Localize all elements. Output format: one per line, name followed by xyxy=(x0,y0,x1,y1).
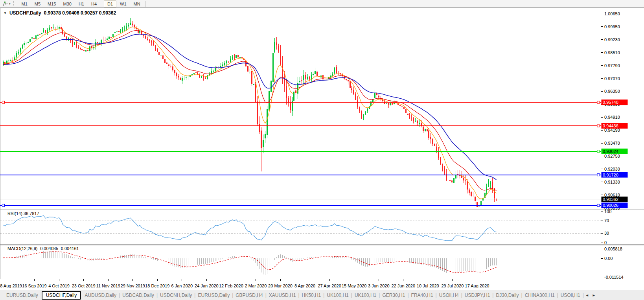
price-tick-label: 0.97790 xyxy=(604,63,620,68)
hline-price-label: 0.90026 xyxy=(603,203,618,208)
current-price-label: 0.90362 xyxy=(603,197,618,202)
timeframe-button-m5[interactable]: M5 xyxy=(31,0,44,7)
tab-scroll-left-icon[interactable]: ◄ xyxy=(585,293,589,297)
macd-pane xyxy=(3,251,496,275)
chart-tab-fra40-12[interactable]: FRA40,H1 xyxy=(409,291,436,299)
tab-scroll-right-icon[interactable]: ► xyxy=(592,293,596,297)
chart-tab-uk100-9[interactable]: UK100,H1 xyxy=(324,291,351,299)
macd-scale-label: -0.011514 xyxy=(604,275,624,280)
rsi-scale-label: 30 xyxy=(604,231,609,236)
chart-tab-ger30-11[interactable]: GER30,H1 xyxy=(380,291,407,299)
date-tick-label: 29 Jul 2020 xyxy=(441,283,464,288)
chart-ohlc-values: 0.90378 0.90406 0.90257 0.90362 xyxy=(44,10,116,16)
chart-canvas[interactable]: 1.006500.999500.992300.985100.977900.970… xyxy=(0,8,644,290)
chart-tab-audusd-2[interactable]: AUDUSD,Daily xyxy=(82,291,119,299)
rsi-scale-label: 0 xyxy=(604,240,607,245)
chart-tab-hk50-8[interactable]: HK50,H1 xyxy=(300,291,324,299)
date-tick-label: 18 Dec 2019 xyxy=(145,283,169,288)
price-tick-label: 0.99950 xyxy=(604,24,620,29)
crosshair-tool-icon[interactable] xyxy=(2,1,8,7)
date-tick-label: 12 Feb 2020 xyxy=(219,283,243,288)
date-tick-label: 3 Jun 2020 xyxy=(368,283,389,288)
timeframe-button-h4[interactable]: H4 xyxy=(88,0,100,7)
toolbar-separator xyxy=(102,1,102,7)
macd-label: MACD(12,26,9) -0.004085 -0.004161 xyxy=(7,246,79,251)
horizontal-level-lines[interactable]: 0.957400.944360.930240.917200.900260.903… xyxy=(0,99,628,208)
price-axis[interactable]: 1.006500.999500.992300.985100.977900.970… xyxy=(601,11,624,280)
chart-tab-usdcnh-4[interactable]: USDCNH,Daily xyxy=(158,291,194,299)
date-tick-label: 10 Jul 2020 xyxy=(417,283,439,288)
hline-handle[interactable] xyxy=(597,150,600,153)
date-tick-label: 15 May 2020 xyxy=(342,283,367,288)
timeframe-button-h1[interactable]: H1 xyxy=(75,0,88,7)
chart-tab-usdcad-3[interactable]: USDCAD,Daily xyxy=(120,291,156,299)
ma-line-medium xyxy=(3,31,496,191)
hline-handle[interactable] xyxy=(2,204,5,206)
price-tick-label: 0.98510 xyxy=(604,50,620,55)
price-tick-label: 0.97070 xyxy=(604,76,620,81)
timeframe-button-mn[interactable]: MN xyxy=(130,0,144,7)
pane-borders xyxy=(0,8,644,281)
timeframe-toolbar: ▾ M1M5M15M30H1H4D1W1MN xyxy=(0,0,644,8)
rsi-scale-label: 100 xyxy=(604,209,611,214)
date-tick-label: 6 Jan 2020 xyxy=(171,283,193,288)
chart-tab-usoil-17[interactable]: USOil,H1 xyxy=(558,291,583,299)
chart-dropdown-icon[interactable]: ▼ xyxy=(4,11,7,15)
hline-handle[interactable] xyxy=(597,174,600,176)
toolbar-separator xyxy=(145,1,146,7)
ma-line-fast xyxy=(3,27,496,199)
chart-tab-eurusd-5[interactable]: EURUSD,Daily xyxy=(195,291,232,299)
chart-tab-usdchf-1[interactable]: USDCHF,Daily xyxy=(42,291,81,300)
price-tick-label: 0.92750 xyxy=(604,154,620,158)
rsi-pane xyxy=(0,215,601,241)
hline-price-label: 0.93024 xyxy=(603,149,618,154)
timeframe-button-m30[interactable]: M30 xyxy=(59,0,75,7)
hline-price-label: 0.94436 xyxy=(603,123,618,128)
chart-symbol-label: USDCHF,Daily xyxy=(9,10,41,16)
hline-price-label: 0.91720 xyxy=(603,173,618,177)
date-tick-label: 16 Sep 2019 xyxy=(22,283,46,288)
rsi-line xyxy=(3,215,496,241)
date-tick-label: 24 Jan 2020 xyxy=(195,283,219,288)
date-tick-label: 27 Apr 2020 xyxy=(318,283,341,288)
chart-tab-usdjpy-14[interactable]: USDJPY,H1 xyxy=(462,291,492,299)
date-tick-label: 20 Mar 2020 xyxy=(268,283,293,288)
hline-handle[interactable] xyxy=(597,204,600,206)
chart-tab-usoil-13[interactable]: USOil,H4 xyxy=(437,291,461,299)
timeframe-button-d1[interactable]: D1 xyxy=(104,0,116,7)
price-tick-label: 0.94910 xyxy=(604,115,620,120)
price-tick-label: 0.93470 xyxy=(604,141,620,145)
date-tick-label: 8 Apr 2020 xyxy=(294,283,315,288)
hline-handle[interactable] xyxy=(597,101,600,103)
hline-handle[interactable] xyxy=(2,101,5,103)
date-tick-label: 11 Nov 2019 xyxy=(96,283,120,288)
macd-scale-label: 0.00 xyxy=(604,256,613,261)
chart-tab-china300-16[interactable]: CHINA300,H1 xyxy=(523,291,557,299)
chart-tabs-bar: EURUSD,DailyUSDCHF,DailyAUDUSD,Daily|USD… xyxy=(0,290,644,300)
hline-price-label: 0.95740 xyxy=(603,100,618,105)
timeframe-button-w1[interactable]: W1 xyxy=(116,0,130,7)
candlesticks xyxy=(3,18,497,210)
chart-tab-uk100-10[interactable]: UK100,H1 xyxy=(352,291,379,299)
date-tick-label: 29 Nov 2019 xyxy=(121,283,145,288)
toolbar-grip[interactable] xyxy=(13,1,15,6)
tool-dropdown-caret-icon[interactable]: ▾ xyxy=(9,2,11,6)
timeframe-button-m1[interactable]: M1 xyxy=(18,0,31,7)
rsi-scale-label: 70 xyxy=(604,218,609,223)
chart-tab-gbpusd-6[interactable]: GBPUSD,H4 xyxy=(233,291,265,299)
hline-handle[interactable] xyxy=(597,125,600,127)
timeframe-button-m15[interactable]: M15 xyxy=(44,0,59,7)
rsi-label: RSI(14) 36.7817 xyxy=(7,211,39,216)
chart-tab-xauusd-7[interactable]: XAUUSD,H1 xyxy=(267,291,298,299)
price-tick-label: 0.99230 xyxy=(604,37,620,42)
date-tick-label: 4 Oct 2019 xyxy=(48,283,70,288)
ma-line-slow xyxy=(3,34,496,180)
chart-tab-eurusd-0[interactable]: EURUSD,Daily xyxy=(4,291,40,299)
chart-title: ▼ USDCHF,Daily 0.90378 0.90406 0.90257 0… xyxy=(4,10,116,16)
price-tick-label: 0.91330 xyxy=(604,180,620,184)
time-axis[interactable]: 28 Aug 201916 Sep 20194 Oct 201923 Oct 2… xyxy=(0,279,489,289)
chart-tab-dj30-15[interactable]: DJ30,Daily xyxy=(493,291,521,299)
date-tick-label: 22 Jun 2020 xyxy=(392,283,416,288)
price-tick-label: 0.92030 xyxy=(604,167,620,171)
price-tick-label: 0.90610 xyxy=(604,193,620,197)
